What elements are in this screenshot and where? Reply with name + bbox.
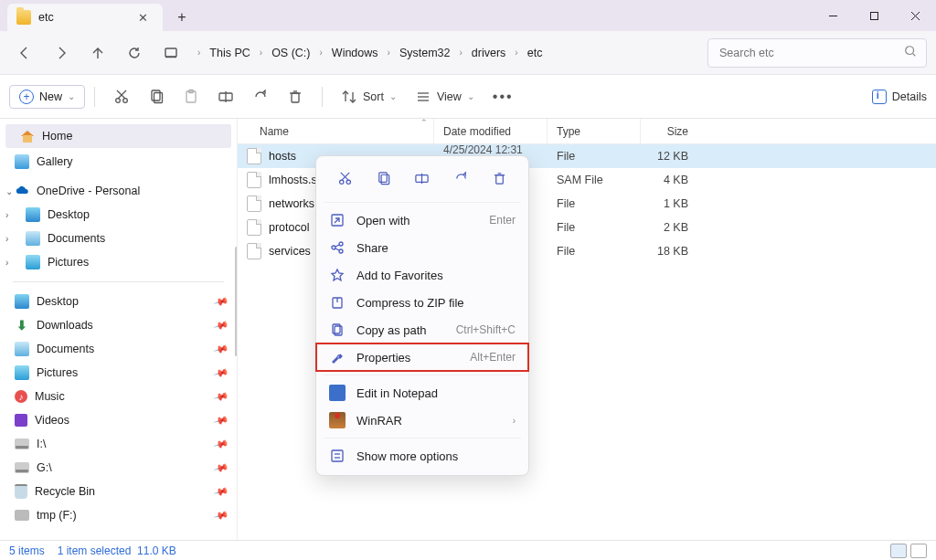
chevron-right-icon[interactable]: › xyxy=(5,258,8,268)
ctx-item-share[interactable]: Share xyxy=(316,234,528,261)
ctx-rename-button[interactable] xyxy=(410,165,435,191)
ctx-share-button[interactable] xyxy=(448,165,473,191)
close-tab-button[interactable]: ✕ xyxy=(133,9,154,26)
sort-label: Sort xyxy=(363,90,384,103)
ctx-item-winrar[interactable]: WinRAR› xyxy=(316,407,528,434)
refresh-button[interactable] xyxy=(119,37,150,69)
sidebar-item-tmp-f-[interactable]: tmp (F:)📌 xyxy=(0,503,237,527)
up-button[interactable] xyxy=(82,37,113,69)
copy-button[interactable] xyxy=(139,83,174,111)
view-details-button[interactable] xyxy=(890,544,907,558)
crumb-this-pc[interactable]: This PC xyxy=(204,43,255,63)
details-pane-button[interactable]: Details xyxy=(872,90,927,104)
minimize-button[interactable] xyxy=(813,2,854,29)
chevron-right-icon: › xyxy=(515,48,517,58)
close-window-button[interactable] xyxy=(895,2,936,29)
sidebar-item-label: Documents xyxy=(48,232,105,245)
sidebar-item-label: Gallery xyxy=(37,155,73,168)
status-item-count: 5 items xyxy=(9,544,45,557)
sidebar-item-label: Recycle Bin xyxy=(35,485,95,498)
chevron-down-icon: ⌄ xyxy=(467,91,474,101)
share-button[interactable] xyxy=(243,83,278,111)
header-label: Size xyxy=(667,125,688,138)
svg-line-8 xyxy=(913,54,916,57)
ctx-delete-button[interactable] xyxy=(487,165,513,191)
ctx-item-show-more-options[interactable]: Show more options xyxy=(316,442,528,470)
ctx-item-compress-to-zip-file[interactable]: Compress to ZIP file xyxy=(316,289,528,316)
column-header-name[interactable]: Name xyxy=(238,119,434,143)
svg-rect-19 xyxy=(292,93,299,102)
header-label: Type xyxy=(557,125,580,138)
sidebar-item-music[interactable]: ♪Music📌 xyxy=(0,385,237,408)
sidebar-item-home[interactable]: Home xyxy=(5,124,231,148)
ctx-item-properties[interactable]: PropertiesAlt+Enter xyxy=(316,343,528,371)
file-type: File xyxy=(548,221,641,234)
sort-button[interactable]: Sort ⌄ xyxy=(332,83,406,111)
tabs: etc ✕ + xyxy=(0,4,197,31)
cut-button[interactable] xyxy=(104,83,139,111)
ctx-item-label: Properties xyxy=(356,351,459,365)
sort-indicator-icon: ⌃ xyxy=(420,119,428,127)
file-type: File xyxy=(548,245,641,258)
new-button[interactable]: + New ⌄ xyxy=(9,85,85,109)
back-button[interactable] xyxy=(9,37,40,69)
svg-point-9 xyxy=(116,98,121,102)
more-button[interactable]: ••• xyxy=(484,83,523,111)
sidebar-item-od-desktop[interactable]: › Desktop xyxy=(0,203,237,227)
ctx-copy-button[interactable] xyxy=(371,165,397,191)
forward-button[interactable] xyxy=(46,37,77,69)
location-icon[interactable] xyxy=(155,37,186,69)
crumb-windows[interactable]: Windows xyxy=(326,43,384,63)
column-header-size[interactable]: Size xyxy=(641,119,697,143)
sidebar-item-recycle-bin[interactable]: Recycle Bin📌 xyxy=(0,480,237,503)
plus-icon: + xyxy=(19,90,34,104)
svg-rect-14 xyxy=(154,92,163,102)
sidebar-item-i-[interactable]: I:\📌 xyxy=(0,432,237,456)
sidebar-item-pictures[interactable]: Pictures📌 xyxy=(0,361,237,385)
sidebar-item-od-pictures[interactable]: › Pictures xyxy=(0,250,237,274)
chevron-right-icon[interactable]: › xyxy=(5,210,8,220)
pin-icon: 📌 xyxy=(213,436,230,452)
sidebar-item-label: Pictures xyxy=(48,256,89,269)
column-header-date[interactable]: Date modified xyxy=(434,119,548,143)
navigation-pane[interactable]: Home Gallery ⌄ OneDrive - Personal › Des… xyxy=(0,119,238,540)
window-controls xyxy=(813,0,936,31)
video-icon xyxy=(15,414,27,427)
navigation-bar: › This PC › OS (C:) › Windows › System32… xyxy=(0,31,936,75)
ctx-item-label: Edit in Notepad xyxy=(356,386,516,400)
view-button[interactable]: View ⌄ xyxy=(406,83,484,111)
crumb-drive[interactable]: OS (C:) xyxy=(266,43,315,63)
pic-icon xyxy=(15,365,29,380)
delete-button[interactable] xyxy=(278,83,313,111)
chevron-down-icon[interactable]: ⌄ xyxy=(5,186,13,196)
sidebar-item-videos[interactable]: Videos📌 xyxy=(0,408,237,432)
sidebar-item-od-documents[interactable]: › Documents xyxy=(0,227,237,250)
new-tab-button[interactable]: + xyxy=(166,4,197,31)
chevron-right-icon[interactable]: › xyxy=(5,234,8,244)
sidebar-item-downloads[interactable]: ⬇Downloads📌 xyxy=(0,313,237,337)
view-thumbnails-button[interactable] xyxy=(910,544,927,558)
crumb-drivers[interactable]: drivers xyxy=(466,43,512,63)
maximize-button[interactable] xyxy=(854,2,895,29)
ctx-item-copy-as-path[interactable]: Copy as pathCtrl+Shift+C xyxy=(316,316,528,343)
ctx-cut-button[interactable] xyxy=(332,165,357,191)
rename-button[interactable] xyxy=(208,83,243,111)
column-header-type[interactable]: Type xyxy=(548,119,641,143)
search-input[interactable] xyxy=(718,46,904,60)
ctx-item-open-with[interactable]: Open withEnter xyxy=(316,206,528,234)
active-tab[interactable]: etc ✕ xyxy=(7,4,163,31)
ctx-item-add-to-favorites[interactable]: Add to Favorites xyxy=(316,261,528,289)
file-type: File xyxy=(548,197,641,210)
crumb-etc[interactable]: etc xyxy=(522,43,548,63)
crumb-system32[interactable]: System32 xyxy=(394,43,456,63)
sidebar-item-desktop[interactable]: Desktop📌 xyxy=(0,290,237,313)
sidebar-item-onedrive[interactable]: ⌄ OneDrive - Personal xyxy=(0,179,237,203)
sidebar-item-g-[interactable]: G:\📌 xyxy=(0,456,237,480)
search-box[interactable] xyxy=(707,38,927,68)
ctx-item-edit-in-notepad[interactable]: Edit in Notepad xyxy=(316,379,528,407)
sidebar-item-documents[interactable]: Documents📌 xyxy=(0,337,237,361)
svg-point-27 xyxy=(339,180,343,184)
sidebar-item-gallery[interactable]: Gallery xyxy=(0,150,237,174)
file-name: protocol xyxy=(269,221,309,234)
paste-button[interactable] xyxy=(174,83,208,111)
